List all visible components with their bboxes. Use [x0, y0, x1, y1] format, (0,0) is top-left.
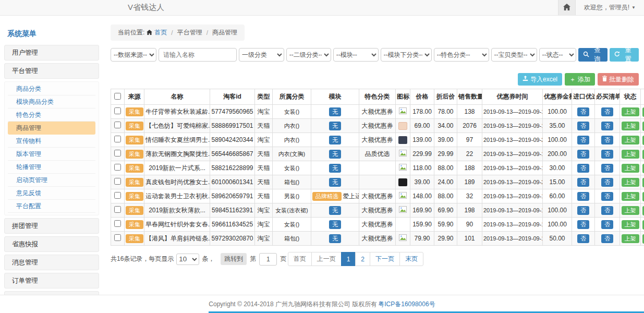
sidebar-item-promo-materials[interactable]: 宣传物料 [8, 135, 95, 148]
cell-status: 上架 [620, 203, 641, 218]
cell-coupon-time: 2019-09-13—2019-09-18 [482, 119, 543, 133]
cell-type: 天猫 [255, 119, 273, 133]
import-select-toggle[interactable]: 否 [577, 192, 589, 201]
sidebar-item-goods-mgmt[interactable]: 商品管理 [8, 122, 95, 135]
search-button[interactable]: 查询 [578, 48, 608, 62]
import-select-toggle[interactable]: 否 [577, 164, 589, 173]
cell-status: 上架 [620, 218, 641, 232]
sidebar-item-carousel-mgmt[interactable]: 轮播管理 [8, 161, 95, 174]
sidebar-group-order-mgmt[interactable]: 订单管理 [4, 273, 99, 288]
import-select-toggle[interactable]: 否 [577, 107, 589, 116]
cell-icon [396, 175, 410, 189]
cell-source: 采集 [125, 133, 144, 147]
import-excel-button[interactable]: 导入excel [518, 73, 562, 86]
row-checkbox[interactable] [114, 178, 121, 185]
product-icon [399, 193, 407, 200]
page-number-input[interactable] [259, 253, 277, 266]
home-button[interactable] [558, 0, 576, 15]
must-buy-toggle[interactable]: 否 [601, 136, 613, 145]
cell-coupon-amount: 30.00 [543, 161, 572, 175]
row-checkbox[interactable] [114, 150, 121, 156]
must-buy-toggle[interactable]: 否 [601, 220, 613, 229]
must-buy-toggle[interactable]: 否 [601, 178, 613, 187]
must-buy-toggle[interactable]: 否 [601, 164, 613, 173]
first-page-button[interactable]: 首页 [288, 252, 312, 266]
user-menu[interactable]: 欢迎您，管理员! ▼ [576, 3, 644, 12]
sidebar-item-feature-category[interactable]: 特色分类 [8, 109, 95, 122]
cell-coupon-time: 2019-09-13—2019-09-15 [482, 189, 543, 203]
must-buy-toggle[interactable]: 否 [601, 192, 613, 201]
row-checkbox[interactable] [114, 122, 121, 128]
sidebar-item-goods-category[interactable]: 商品分类 [8, 82, 95, 95]
jump-button[interactable]: 跳转到 [221, 253, 247, 265]
icp-link[interactable]: 粤ICP备16098006号 [378, 300, 435, 309]
category2-select[interactable]: --二级分类-- [286, 48, 331, 62]
sidebar-group-message-mgmt[interactable]: 消息管理 [4, 255, 99, 270]
row-checkbox[interactable] [114, 136, 121, 142]
page-button-1[interactable]: 1 [341, 252, 356, 266]
import-select-toggle[interactable]: 否 [577, 136, 589, 145]
module-select[interactable]: --模块-- [333, 48, 379, 62]
prev-page-button[interactable]: 上一页 [311, 252, 342, 266]
sidebar-group-user-mgmt[interactable]: 用户管理 [4, 45, 99, 61]
import-select-toggle[interactable]: 否 [577, 220, 589, 229]
row-checkbox[interactable] [114, 192, 121, 199]
col-header-11: 优惠券时间 [482, 89, 543, 105]
sidebar-item-feedback[interactable]: 意见反馈 [8, 187, 95, 200]
select-all-checkbox[interactable] [114, 93, 121, 100]
status-badge[interactable]: 上架 [622, 136, 639, 145]
item-type-select[interactable]: --宝贝类型-- [491, 48, 537, 62]
data-source-select[interactable]: --数据来源-- [111, 48, 156, 62]
sidebar-group-saving-news[interactable]: 省惠快报 [4, 236, 99, 252]
last-page-button[interactable]: 末页 [399, 252, 423, 266]
row-checkbox[interactable] [114, 220, 121, 227]
sidebar-group-platform-mgmt[interactable]: 平台管理 [4, 63, 99, 79]
category1-select[interactable]: 一级分类 [239, 48, 284, 62]
breadcrumb-home-link[interactable]: 首页 [154, 28, 167, 37]
row-checkbox[interactable] [114, 234, 121, 241]
status-badge[interactable]: 上架 [622, 107, 639, 116]
per-page-select[interactable]: 10 [176, 254, 199, 265]
status-select[interactable]: --状态-- [539, 48, 576, 62]
status-badge[interactable]: 上架 [622, 192, 639, 201]
cell-price: 159.90 [410, 218, 434, 232]
import-select-toggle[interactable]: 否 [577, 122, 589, 130]
must-buy-toggle[interactable]: 否 [601, 206, 613, 215]
row-checkbox[interactable] [114, 164, 121, 171]
must-buy-toggle[interactable]: 否 [601, 122, 613, 130]
feature-select[interactable]: --特色分类-- [434, 48, 489, 62]
name-search-input[interactable] [159, 48, 237, 62]
status-badge[interactable]: 上架 [622, 234, 639, 243]
module-sub-select[interactable]: --模块下分类-- [381, 48, 432, 62]
reset-button[interactable]: 重置 [610, 48, 639, 62]
must-buy-toggle[interactable]: 否 [601, 234, 613, 243]
status-badge[interactable]: 上架 [622, 178, 639, 187]
sidebar-item-platform-config[interactable]: 平台配置 [8, 200, 95, 213]
row-checkbox[interactable] [114, 206, 121, 213]
cell-feature: 大额优惠券 [359, 218, 396, 232]
must-buy-toggle[interactable]: 否 [601, 107, 613, 116]
status-badge[interactable]: 上架 [622, 220, 639, 229]
import-select-toggle[interactable]: 否 [577, 178, 589, 187]
sidebar-group-group-buy-mgmt[interactable]: 拼团管理 [4, 218, 99, 234]
status-badge[interactable]: 上架 [622, 122, 639, 130]
import-select-toggle[interactable]: 否 [577, 150, 589, 159]
status-badge[interactable]: 上架 [622, 206, 639, 215]
must-buy-toggle[interactable]: 否 [601, 150, 613, 159]
row-checkbox[interactable] [114, 107, 121, 114]
status-badge[interactable]: 上架 [622, 164, 639, 173]
sidebar-item-splash-mgmt[interactable]: 启动页管理 [8, 174, 95, 187]
batch-delete-button[interactable]: 批量删除 [598, 73, 639, 86]
import-select-toggle[interactable]: 否 [577, 206, 589, 215]
cell-source: 采集 [125, 161, 144, 175]
add-button[interactable]: ＋ 添加 [565, 73, 595, 86]
sidebar-item-module-goods-category[interactable]: 模块商品分类 [8, 95, 95, 109]
sidebar-item-version-mgmt[interactable]: 版本管理 [8, 148, 95, 161]
next-page-button[interactable]: 下一页 [370, 252, 400, 266]
page-button-2[interactable]: 2 [355, 252, 370, 266]
app-header: V省钱达人 欢迎您，管理员! ▼ [0, 0, 644, 16]
col-header-8: 价格 [410, 89, 434, 105]
import-select-toggle[interactable]: 否 [577, 234, 589, 243]
cell-coupon-time: 2019-09-13—2019-09-18 [482, 232, 543, 246]
status-badge[interactable]: 上架 [622, 150, 639, 159]
